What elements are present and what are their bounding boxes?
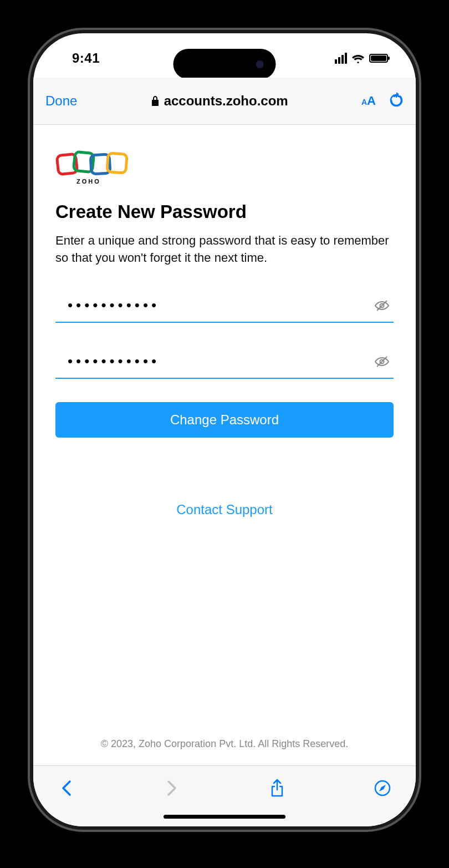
- toggle-visibility-icon[interactable]: [374, 353, 390, 370]
- new-password-field-wrapper: [55, 290, 394, 323]
- dynamic-island: [174, 49, 276, 79]
- browser-nav-bar: Done accounts.zoho.com AA: [33, 78, 416, 125]
- safari-button[interactable]: [371, 777, 394, 799]
- text-size-button[interactable]: AA: [361, 94, 376, 108]
- change-password-button[interactable]: Change Password: [55, 402, 394, 438]
- page-subtitle: Enter a unique and strong password that …: [55, 232, 394, 267]
- address-bar[interactable]: accounts.zoho.com: [77, 93, 361, 109]
- status-icons: [335, 53, 388, 64]
- zoho-logo: ZOHO: [55, 150, 394, 185]
- confirm-password-field-wrapper: [55, 346, 394, 379]
- cellular-signal-icon: [335, 53, 347, 64]
- phone-frame: 9:41 Done accounts.zoho.com AA: [33, 33, 416, 826]
- done-button[interactable]: Done: [45, 93, 77, 109]
- toggle-visibility-icon[interactable]: [374, 297, 390, 314]
- forward-button[interactable]: [161, 777, 183, 799]
- logo-text: ZOHO: [76, 178, 394, 185]
- home-indicator[interactable]: [164, 815, 285, 819]
- new-password-input[interactable]: [68, 297, 367, 314]
- status-time: 9:41: [72, 50, 100, 66]
- page-content: ZOHO Create New Password Enter a unique …: [33, 125, 416, 765]
- lock-icon: [151, 95, 160, 106]
- page-title: Create New Password: [55, 201, 394, 222]
- back-button[interactable]: [55, 777, 78, 799]
- confirm-password-input[interactable]: [68, 353, 367, 370]
- copyright-text: © 2023, Zoho Corporation Pvt. Ltd. All R…: [33, 738, 416, 750]
- share-button[interactable]: [266, 777, 288, 799]
- wifi-icon: [351, 53, 365, 63]
- battery-icon: [369, 54, 388, 63]
- url-text: accounts.zoho.com: [164, 93, 288, 109]
- reload-button[interactable]: [389, 92, 404, 110]
- contact-support-link[interactable]: Contact Support: [33, 502, 416, 517]
